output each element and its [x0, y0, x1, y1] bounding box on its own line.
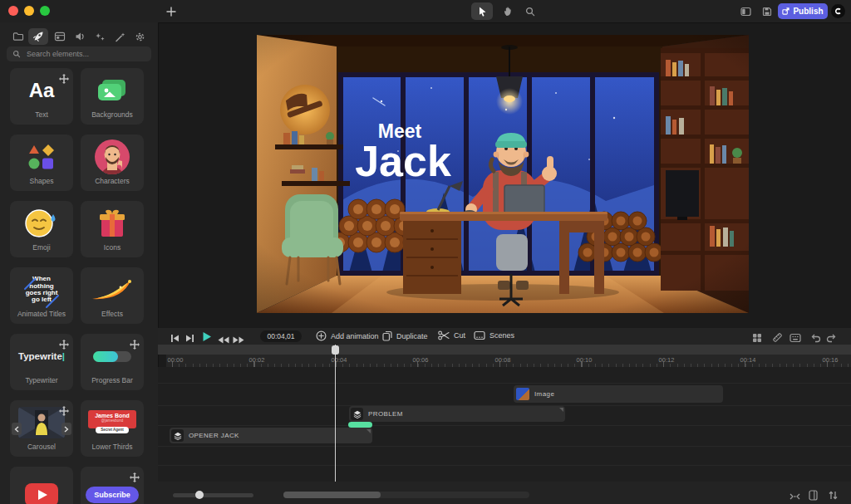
save-icon — [762, 7, 772, 17]
save-button[interactable] — [756, 2, 778, 20]
card-label: Icons — [81, 243, 144, 252]
ruler-icon — [772, 332, 783, 343]
scenes-icon — [474, 330, 485, 340]
speaker-icon — [75, 32, 86, 42]
sidebar-tab-magic[interactable] — [110, 28, 130, 45]
element-card-carousel[interactable]: Carousel — [10, 400, 73, 457]
gear-icon — [135, 32, 145, 42]
element-card-text[interactable]: Aa Text — [10, 68, 73, 125]
move-handle-icon[interactable] — [130, 338, 140, 348]
add-animation-label: Add animation — [331, 332, 379, 340]
scrollbar-thumb[interactable] — [283, 492, 381, 498]
timecode-display[interactable]: 00:04,01 — [260, 330, 302, 342]
clip-corner-marker — [559, 408, 563, 412]
ruler-label: 00:04 — [327, 356, 351, 364]
folder-icon — [12, 32, 24, 42]
search-elements-field[interactable] — [7, 46, 151, 61]
add-scene-button[interactable] — [160, 2, 182, 20]
search-icon — [12, 50, 21, 58]
rewind-icon — [218, 336, 229, 344]
element-card-characters[interactable]: Characters — [81, 135, 144, 191]
add-animation-button[interactable]: Add animation — [316, 330, 379, 341]
search-input[interactable] — [25, 49, 145, 59]
scenes-button[interactable]: Scenes — [474, 330, 514, 340]
skip-end-icon — [185, 334, 194, 343]
cut-button[interactable]: Cut — [438, 330, 465, 340]
titlebar: Publish — [0, 0, 851, 23]
clip-image[interactable]: Image — [514, 385, 723, 403]
clip-opener-jack[interactable]: OPENER JACK — [170, 428, 372, 443]
pen-stroke-decoration — [17, 276, 66, 312]
duplicate-button[interactable]: Duplicate — [382, 330, 428, 341]
element-card-lower-thirds[interactable]: James Bond @jamesbond Secret Agent Lower… — [81, 400, 144, 457]
scrub-strip[interactable] — [158, 345, 851, 355]
element-card-effects[interactable]: Effects — [81, 267, 144, 324]
element-card-animated-titles[interactable]: When nothing goes right go left Animated… — [10, 267, 73, 324]
sidebar-tab-presets[interactable] — [90, 28, 110, 45]
layers-icon — [171, 429, 184, 442]
clip-label: PROBLEM — [368, 410, 403, 418]
playhead-line[interactable] — [335, 345, 336, 492]
move-handle-icon[interactable] — [59, 338, 69, 348]
hand-tool-button[interactable] — [497, 2, 519, 20]
element-card-progress-bar[interactable]: Progress Bar — [81, 334, 144, 390]
clip-problem[interactable]: PROBLEM — [349, 406, 565, 422]
play-icon — [202, 331, 212, 342]
toggle-panel-button[interactable] — [735, 2, 756, 20]
element-card-subscribe[interactable]: Subscribe — [81, 467, 144, 504]
move-handle-icon[interactable] — [130, 471, 140, 481]
sparkles-icon — [95, 32, 106, 42]
video-canvas[interactable]: Meet Jack — [257, 35, 749, 313]
publish-button[interactable]: Publish — [778, 3, 828, 19]
zoom-slider-track[interactable] — [173, 493, 253, 497]
layers-icon — [351, 408, 363, 420]
zoom-window-button[interactable] — [40, 6, 50, 16]
search-icon — [525, 7, 535, 17]
flame-preview-icon — [81, 274, 144, 306]
panel-layout-button[interactable] — [809, 489, 818, 504]
sidebar-tab-audio[interactable] — [70, 28, 90, 45]
timeline-bottom-bar — [158, 482, 851, 504]
shapes-preview-icon — [10, 141, 73, 173]
card-label: Characters — [81, 177, 144, 185]
ruler-label: 00:16 — [819, 356, 842, 364]
share-icon — [782, 7, 790, 15]
emoji-preview-icon — [10, 208, 73, 239]
playhead-handle[interactable] — [332, 345, 339, 355]
panel-icon — [809, 490, 818, 501]
sidebar-tab-elements[interactable] — [28, 28, 48, 45]
sidebar-tab-templates[interactable] — [50, 28, 70, 45]
minimize-window-button[interactable] — [24, 6, 34, 16]
zoom-slider-knob[interactable] — [195, 491, 204, 499]
search-tool-button[interactable] — [519, 2, 541, 20]
keyboard-icon — [790, 333, 801, 343]
duplicate-label: Duplicate — [396, 332, 428, 340]
move-handle-icon[interactable] — [59, 404, 69, 414]
carousel-prev-button[interactable] — [12, 423, 22, 435]
sidebar-tab-files[interactable] — [8, 28, 28, 45]
carousel-next-button[interactable] — [61, 423, 71, 435]
element-card-youtube[interactable] — [10, 467, 73, 504]
element-card-shapes[interactable]: Shapes — [10, 135, 73, 191]
avatar-logo-icon — [834, 7, 843, 16]
collapse-icon — [790, 492, 800, 502]
sidebar-tab-settings[interactable] — [130, 28, 150, 45]
select-tool-button[interactable] — [471, 2, 493, 20]
close-window-button[interactable] — [8, 6, 18, 16]
sort-tracks-button[interactable] — [828, 489, 839, 504]
collapse-timeline-button[interactable] — [790, 490, 800, 504]
clip-animation-marker[interactable] — [348, 422, 372, 428]
publish-label: Publish — [793, 7, 823, 16]
element-card-backgrounds[interactable]: Backgrounds — [81, 68, 144, 125]
element-card-icons[interactable]: Icons — [81, 201, 144, 257]
timeline-tracks[interactable] — [158, 367, 851, 482]
account-avatar[interactable] — [831, 4, 845, 18]
scrollbar-track[interactable] — [283, 492, 529, 498]
element-card-typewriter[interactable]: Typewrite| Typewriter — [10, 334, 73, 390]
move-handle-icon[interactable] — [59, 72, 69, 82]
rocket-icon — [32, 31, 44, 42]
element-card-emoji[interactable]: Emoji — [10, 201, 73, 257]
play-button[interactable] — [202, 330, 212, 345]
subscribe-button-preview: Subscribe — [86, 487, 139, 503]
clip-label: OPENER JACK — [189, 432, 239, 439]
